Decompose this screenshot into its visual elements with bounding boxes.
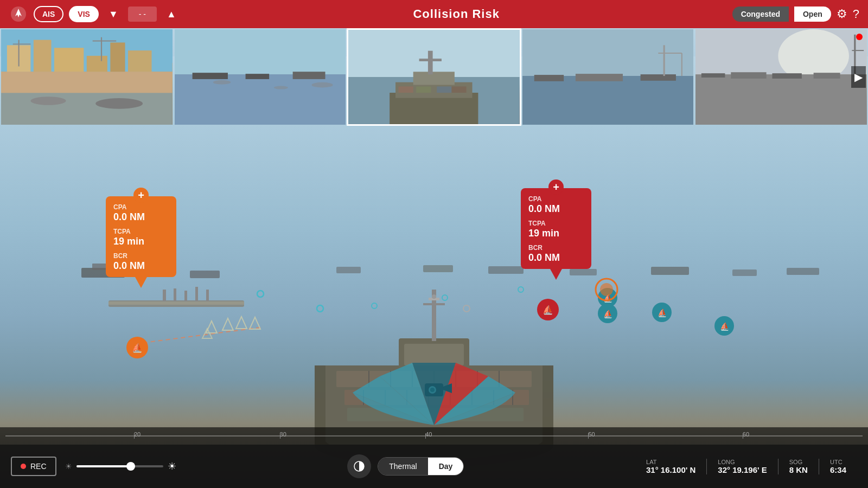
tcpa-right-value: 19 min: [528, 228, 559, 239]
camera-2[interactable]: [174, 28, 347, 126]
brightness-icon-bright: ☀: [168, 460, 176, 472]
svg-rect-16: [175, 74, 346, 125]
long-section: LONG 32° 19.196' E: [707, 459, 778, 474]
svg-rect-35: [522, 76, 694, 125]
svg-rect-37: [576, 74, 623, 81]
camera-4[interactable]: [521, 28, 695, 126]
help-button[interactable]: ?: [853, 7, 859, 21]
contrast-button[interactable]: [347, 454, 371, 478]
svg-marker-123: [135, 276, 148, 288]
cpa-tooltip-left[interactable]: + CPA 0.0 NM TCPA 19 min BCR 0.0 NM: [106, 196, 176, 277]
svg-rect-38: [640, 74, 675, 81]
increase-button[interactable]: ▲: [162, 7, 181, 22]
bcr-left-value: 0.0 NM: [113, 260, 145, 271]
vis-button[interactable]: VIS: [69, 6, 99, 22]
brightness-icon-dim: ☀: [65, 462, 72, 471]
svg-rect-17: [192, 73, 227, 79]
settings-button[interactable]: ⚙: [837, 7, 847, 21]
svg-rect-36: [534, 75, 564, 81]
sog-label: SOG: [789, 459, 802, 465]
cpa-right-value: 0.0 NM: [528, 203, 560, 214]
bottom-center: Thermal Day: [347, 454, 464, 478]
svg-rect-33: [452, 86, 467, 93]
lat-value: 31° 16.100' N: [646, 465, 695, 474]
utc-value: 6:34: [830, 465, 846, 474]
svg-rect-67: [195, 287, 198, 301]
slider-fill: [76, 465, 129, 467]
svg-rect-6: [110, 42, 125, 72]
day-button[interactable]: Day: [428, 458, 464, 475]
svg-rect-66: [184, 291, 187, 301]
utc-label: UTC: [830, 459, 843, 465]
tcpa-left-value: 19 min: [113, 236, 144, 247]
svg-rect-15: [175, 29, 346, 74]
slider-thumb[interactable]: [126, 462, 135, 471]
svg-rect-46: [731, 72, 767, 79]
svg-marker-124: [550, 268, 563, 280]
status-congested[interactable]: Congested: [732, 7, 789, 22]
svg-point-104: [432, 294, 436, 299]
cpa-left-label: CPA: [113, 203, 126, 211]
svg-rect-28: [428, 51, 433, 74]
bottom-bar: REC ☀ ☀ Thermal Day LAT 31° 16.100' N: [0, 445, 868, 488]
cpa-plus-right[interactable]: +: [548, 179, 564, 195]
topbar-title: Collision Risk: [413, 7, 499, 21]
timeline-30: 30: [280, 431, 286, 438]
long-value: 32° 19.196' E: [718, 465, 767, 474]
camera-1[interactable]: [0, 28, 174, 126]
svg-rect-19: [292, 72, 325, 79]
svg-rect-102: [423, 303, 445, 305]
svg-rect-58: [570, 269, 597, 275]
rec-dot: [21, 464, 26, 469]
long-label: LONG: [718, 459, 735, 465]
svg-point-21: [273, 86, 288, 89]
cpa-tooltip-right[interactable]: + CPA 0.0 NM TCPA 19 min BCR 0.0 NM: [521, 188, 591, 269]
svg-rect-44: [695, 74, 867, 125]
status-open[interactable]: Open: [794, 7, 831, 22]
rec-label: REC: [30, 462, 47, 471]
svg-rect-61: [787, 268, 819, 275]
svg-rect-23: [348, 30, 520, 77]
slider-track[interactable]: [76, 465, 163, 467]
cpa-right-label: CPA: [528, 195, 541, 203]
thermal-button[interactable]: Thermal: [378, 458, 427, 475]
camera-next-button[interactable]: ▶: [851, 66, 866, 88]
svg-rect-7: [128, 50, 152, 72]
cpa-left-value: 0.0 NM: [113, 211, 145, 222]
camera-3[interactable]: [347, 28, 521, 126]
decrease-button[interactable]: ▼: [104, 7, 123, 22]
logo-icon: [9, 4, 28, 24]
svg-rect-60: [732, 269, 757, 276]
svg-rect-68: [206, 290, 209, 301]
thermal-day-toggle: Thermal Day: [378, 457, 464, 476]
timeline-track[interactable]: 20 30 40 50 60: [5, 435, 863, 436]
svg-rect-64: [163, 290, 166, 301]
svg-point-14: [95, 98, 143, 109]
svg-rect-32: [437, 86, 451, 93]
svg-rect-48: [814, 73, 840, 79]
svg-rect-59: [651, 267, 689, 275]
svg-rect-100: [404, 344, 464, 365]
timeline-60: 60: [743, 431, 749, 438]
rec-button[interactable]: REC: [11, 457, 56, 476]
sog-section: SOG 8 KN: [778, 459, 819, 474]
svg-rect-31: [416, 86, 431, 93]
svg-rect-4: [54, 48, 84, 72]
svg-rect-45: [701, 73, 725, 78]
ais-button[interactable]: AIS: [34, 6, 63, 22]
timeline-20: 20: [134, 431, 141, 438]
svg-point-108: [430, 388, 435, 392]
svg-rect-34: [522, 29, 694, 76]
topbar-right: Congested Open ⚙ ?: [732, 7, 859, 22]
lat-section: LAT 31° 16.100' N: [635, 459, 707, 474]
svg-point-122: [600, 283, 613, 296]
bottom-right: LAT 31° 16.100' N LONG 32° 19.196' E SOG…: [635, 459, 857, 474]
svg-point-13: [30, 97, 66, 105]
svg-rect-63: [108, 301, 244, 305]
topbar: AIS VIS ▼ - - ▲ Collision Risk Congested…: [0, 0, 868, 28]
bcr-left-label: BCR: [113, 252, 127, 260]
camera-5[interactable]: [694, 28, 868, 126]
separator-display: - -: [128, 7, 157, 22]
svg-rect-3: [34, 40, 52, 72]
cpa-plus-left[interactable]: +: [133, 188, 149, 203]
